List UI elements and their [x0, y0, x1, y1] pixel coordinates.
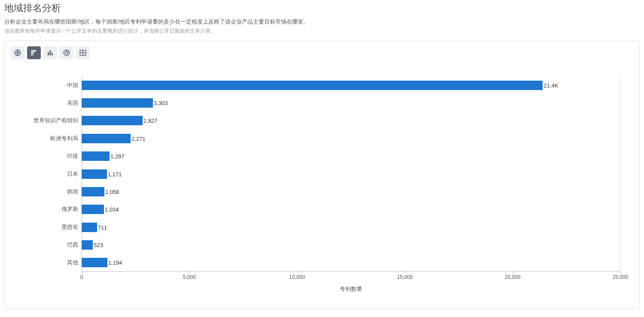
svg-rect-1: [31, 50, 36, 51]
bar-value-label: 523: [94, 242, 103, 248]
x-tick-mark: [620, 272, 621, 274]
chart-type-globe[interactable]: [11, 46, 24, 59]
svg-rect-5: [50, 50, 51, 55]
y-tick-label: 美国: [67, 99, 78, 107]
x-tick-label: 0: [80, 274, 83, 280]
x-tick-label: 10,000: [289, 274, 305, 280]
bar[interactable]: 2,271: [82, 134, 131, 143]
x-axis-label: 专利数量: [82, 285, 620, 293]
chart-area: 专利数量 中国21.4K美国3,303世界知识产权组织2,827欧洲专利局2,2…: [11, 63, 633, 304]
y-tick-label: 中国: [67, 82, 78, 89]
bar[interactable]: 523: [82, 240, 93, 250]
bar-value-label: 1,194: [108, 260, 122, 266]
bar[interactable]: 711: [82, 223, 97, 232]
svg-rect-6: [52, 53, 53, 55]
y-tick-label: 俄罗斯: [61, 205, 78, 213]
y-tick-label: 墨西哥: [61, 223, 78, 231]
bar-value-label: 1,297: [110, 153, 125, 160]
bar-value-label: 2,827: [143, 118, 158, 124]
bar[interactable]: 3,303: [82, 98, 153, 108]
x-tick-mark: [513, 272, 513, 274]
globe-icon: [14, 49, 21, 57]
bar-value-label: 1,058: [105, 188, 119, 195]
x-tick-label: 5,000: [183, 274, 196, 280]
hbar-icon: [30, 49, 38, 57]
bar-value-label: 21.4K: [543, 82, 558, 88]
svg-rect-2: [31, 52, 34, 54]
chart-card: 专利数量 中国21.4K美国3,303世界知识产权组织2,827欧洲专利局2,2…: [4, 41, 640, 308]
page-subtitle: 分析企业主要布局在哪些国家/地区，每个国家/地区专利申请量的多少在一定程度上反映…: [4, 18, 640, 26]
x-tick-label: 20,000: [505, 274, 521, 280]
y-tick-label: 巴西: [67, 241, 78, 249]
bar-value-label: 3,303: [154, 100, 168, 106]
chart-type-table[interactable]: [76, 46, 90, 59]
x-axis-line: [82, 271, 620, 272]
bar[interactable]: 1,058: [82, 187, 104, 196]
x-tick-label: 25,000: [613, 274, 629, 280]
x-tick-mark: [405, 272, 405, 274]
y-tick-label: 日本: [67, 170, 78, 178]
bar[interactable]: 2,827: [82, 116, 143, 125]
bar[interactable]: 1,034: [82, 205, 104, 214]
bar-value-label: 2,271: [131, 135, 146, 142]
y-tick-label: 欧洲专利局: [50, 135, 78, 142]
pie-icon: [63, 49, 70, 57]
x-tick-label: 15,000: [397, 274, 413, 280]
bar-value-label: 711: [98, 224, 107, 230]
svg-rect-4: [48, 52, 49, 56]
chart-type-toolbar: [11, 46, 633, 59]
table-icon: [79, 49, 87, 57]
y-tick-label: 世界知识产权组织: [34, 117, 78, 124]
chart-type-pie[interactable]: [60, 46, 73, 59]
page-subnote: 当前图表按每件申请显示一个公开文本的去重规则进行统计，并选择公开日最新的文本计算…: [4, 27, 640, 35]
x-end-gridline: [620, 76, 620, 272]
chart-plot: 专利数量 中国21.4K美国3,303世界知识产权组织2,827欧洲专利局2,2…: [82, 76, 620, 272]
y-tick-label: 其他: [67, 259, 78, 266]
svg-point-8: [65, 51, 68, 54]
bar-value-label: 1,034: [105, 206, 119, 213]
bar[interactable]: 1,297: [82, 151, 110, 161]
y-tick-label: 印度: [67, 152, 78, 160]
x-tick-mark: [297, 272, 298, 274]
svg-rect-3: [31, 54, 33, 55]
chart-type-hbar[interactable]: [27, 46, 41, 59]
x-tick-mark: [189, 272, 190, 274]
bar[interactable]: 1,194: [82, 258, 107, 267]
chart-type-vbar[interactable]: [43, 46, 57, 59]
bar[interactable]: 21.4K: [82, 81, 543, 90]
vbar-icon: [46, 49, 54, 57]
x-tick-mark: [82, 272, 82, 274]
bar[interactable]: 1,171: [82, 169, 107, 179]
page-title: 地域排名分析: [4, 2, 640, 15]
y-tick-label: 韩国: [67, 188, 78, 196]
bar-value-label: 1,171: [108, 171, 122, 177]
